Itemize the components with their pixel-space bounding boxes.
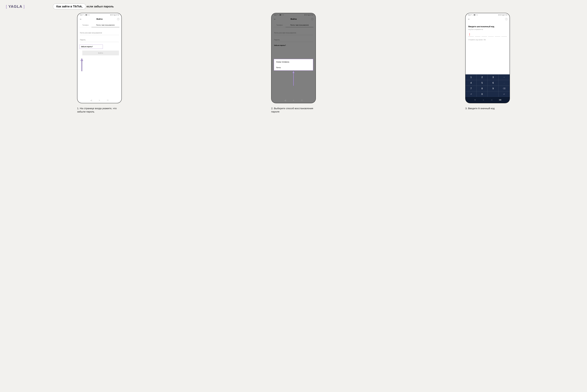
android-nav: ▽ ○ □ ⌨	[465, 97, 510, 103]
status-left: Tele2 ⁴ᴳ ₊ıl 🅽 ⏱ ✈	[80, 14, 90, 16]
back-icon[interactable]: ←	[80, 18, 82, 21]
title-rest: если забыл пароль	[87, 5, 114, 8]
caption-1: 1. На странице входа укажите, что забыли…	[77, 107, 122, 114]
key-5[interactable]: 5	[476, 80, 488, 86]
header: [ YAGLA ] Как зайти в TikTok, если забыл…	[6, 4, 581, 10]
phone-3: Tele2 ⁴ᴳ ₊ıl 🅽 ⏱ ✈ ✱ 93 % ▮▯ 07:43 ← ? В…	[465, 13, 510, 103]
nav-keyboard-icon[interactable]: ⌨	[499, 99, 501, 101]
highlight-arrow-icon	[292, 70, 295, 86]
recover-by-email[interactable]: Почта	[274, 65, 313, 70]
key-dot[interactable]: .	[499, 80, 510, 86]
key-space[interactable]	[488, 91, 499, 97]
highlight-arrow-icon	[80, 58, 83, 71]
login-button[interactable]: Войти	[82, 50, 119, 55]
key-enter-icon[interactable]: ↵	[499, 91, 510, 97]
recovery-popup: Номер телефона Почта	[274, 59, 313, 70]
screen-title: Войти	[97, 18, 103, 20]
help-icon[interactable]: ?	[505, 18, 507, 20]
help-icon[interactable]: ?	[117, 18, 119, 20]
code-slots[interactable]	[468, 33, 507, 36]
back-icon[interactable]: ←	[468, 18, 470, 21]
step-1-col: Tele2 ⁴ᴳ ₊ıl 🅽 ⏱ ✈ ✱ 93 % ▮▯ 07:43 ← Вой…	[6, 13, 193, 114]
key-6[interactable]: 6	[488, 80, 499, 86]
code-slot-6[interactable]	[501, 33, 507, 36]
logo-text: YAGLA	[8, 4, 22, 8]
page-title: Как зайти в TikTok, если забыл пароль	[53, 4, 114, 10]
status-left: Tele2 ⁴ᴳ ₊ıl 🅽 ⏱ ✈	[468, 14, 478, 16]
modal-overlay	[271, 13, 316, 103]
code-entry: Введите шестизначный код Код был отправл…	[465, 22, 510, 40]
logo: [ YAGLA ]	[6, 4, 25, 9]
step-2-col: Tele2 ⁴ᴳ ₊ıl 🅽 ⏱ ✈ ✱ 93 % ▮▯ 07:43 ← Вой…	[200, 13, 387, 114]
nav-home-icon[interactable]: ○	[292, 99, 295, 101]
status-bar: Tele2 ⁴ᴳ ₊ıl 🅽 ⏱ ✈ ✱ 93 % ▮▯ 07:43	[465, 13, 510, 16]
status-right: ✱ 93 % ▮▯ 07:43	[110, 14, 119, 16]
numeric-keypad: 1 2 3 – 4 5 6 . 7 8 9 ⌫ ↺ 0 ↵	[465, 74, 510, 97]
caption-2: 2. Выберите способ восстановления пароля	[271, 107, 316, 114]
code-slot-3[interactable]	[482, 33, 487, 36]
key-2[interactable]: 2	[476, 74, 488, 80]
code-subtitle: Код был отправлен на	[468, 28, 507, 30]
nav-recent-icon[interactable]: □	[301, 99, 303, 101]
key-3[interactable]: 3	[488, 74, 499, 80]
login-inputs: Почта или имя пользователя Пароль Забыли…	[77, 27, 122, 55]
key-4[interactable]: 4	[465, 80, 476, 86]
svg-marker-1	[292, 70, 295, 86]
login-tabs: Телефон Почта / имя пользователя	[77, 23, 122, 27]
code-slot-5[interactable]	[495, 33, 500, 36]
key-9[interactable]: 9	[488, 86, 499, 91]
svg-marker-0	[81, 58, 83, 71]
code-title: Введите шестизначный код	[468, 26, 507, 28]
key-1[interactable]: 1	[465, 74, 476, 80]
forgot-password-link[interactable]: Забыли пароль?	[80, 44, 103, 49]
status-bar: Tele2 ⁴ᴳ ₊ıl 🅽 ⏱ ✈ ✱ 93 % ▮▯ 07:43	[77, 13, 122, 16]
code-slot-1[interactable]	[468, 33, 474, 36]
step-3-col: Tele2 ⁴ᴳ ₊ıl 🅽 ⏱ ✈ ✱ 93 % ▮▯ 07:43 ← ? В…	[394, 13, 581, 114]
bracket-close: ]	[24, 4, 25, 8]
resend-code: Отправить код заново 58s	[468, 39, 507, 40]
bracket-open: [	[6, 4, 7, 8]
tab-email[interactable]: Почта / имя пользователя	[92, 23, 119, 27]
code-slot-2[interactable]	[475, 33, 480, 36]
key-backspace-icon[interactable]: ⌫	[499, 86, 510, 91]
nav-recent-icon[interactable]: □	[491, 99, 493, 101]
username-field[interactable]: Почта или имя пользователя	[80, 31, 119, 35]
screen-header: ← Войти ?	[77, 16, 122, 22]
code-slot-4[interactable]	[488, 33, 494, 36]
screen-header: ← ?	[465, 16, 510, 22]
key-7[interactable]: 7	[465, 86, 476, 91]
phones-row: Tele2 ⁴ᴳ ₊ıl 🅽 ⏱ ✈ ✱ 93 % ▮▯ 07:43 ← Вой…	[6, 13, 581, 114]
nav-back-icon[interactable]: ▽	[474, 99, 476, 101]
password-field[interactable]: Пароль	[80, 38, 119, 42]
tab-phone[interactable]: Телефон	[80, 23, 92, 27]
nav-back-icon[interactable]: ◁	[284, 99, 286, 101]
title-pill: Как зайти в TikTok,	[53, 4, 86, 10]
android-nav: ◁ ○ □	[77, 99, 122, 101]
nav-home-icon[interactable]: ○	[482, 99, 484, 101]
nav-home-icon[interactable]: ○	[99, 99, 100, 101]
key-sym[interactable]: ↺	[465, 91, 476, 97]
caption-3: 3. Введите 6-значный код	[465, 107, 510, 110]
nav-recent-icon[interactable]: □	[107, 99, 109, 101]
key-0[interactable]: 0	[476, 91, 488, 97]
recover-by-phone[interactable]: Номер телефона	[274, 59, 313, 65]
android-nav: ◁ ○ □	[271, 99, 316, 101]
key-8[interactable]: 8	[476, 86, 488, 91]
key-dash[interactable]: –	[499, 74, 510, 80]
phone-2: Tele2 ⁴ᴳ ₊ıl 🅽 ⏱ ✈ ✱ 93 % ▮▯ 07:43 ← Вой…	[271, 13, 316, 103]
status-right: ✱ 93 % ▮▯ 07:43	[498, 14, 507, 16]
nav-back-icon[interactable]: ◁	[90, 99, 92, 101]
phone-1: Tele2 ⁴ᴳ ₊ıl 🅽 ⏱ ✈ ✱ 93 % ▮▯ 07:43 ← Вой…	[77, 13, 122, 103]
